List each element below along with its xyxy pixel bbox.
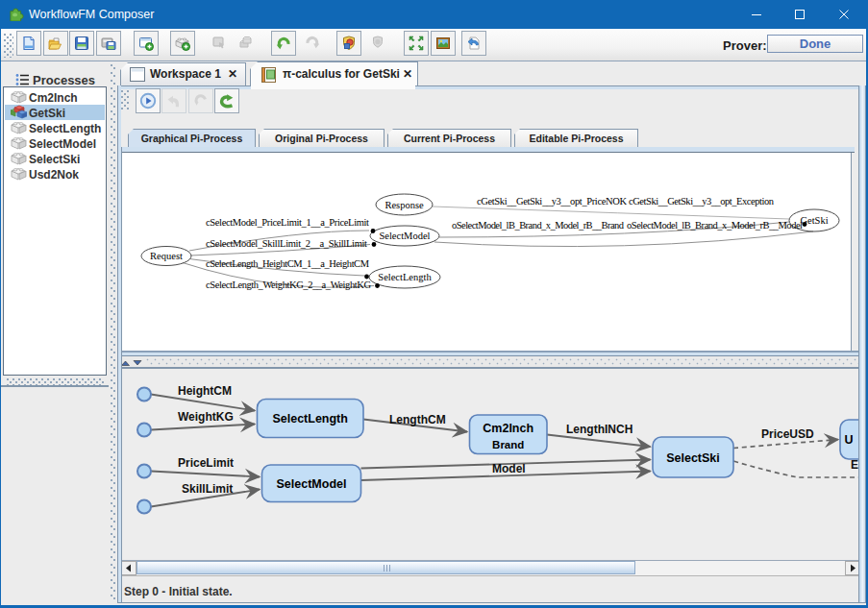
svg-text:oSelectModel_lB_Brand_x_Model_: oSelectModel_lB_Brand_x_Model_rB__Model xyxy=(627,220,803,231)
svg-text:Model: Model xyxy=(492,462,526,475)
svg-text:WeightKG: WeightKG xyxy=(178,410,234,424)
svg-text:E: E xyxy=(851,458,858,472)
svg-text:SkillLimit: SkillLimit xyxy=(182,482,233,496)
svg-text:cGetSki__GetSki__y3__opt_Excep: cGetSki__GetSki__y3__opt_Exception xyxy=(629,196,775,207)
svg-text:SelectLength: SelectLength xyxy=(378,272,432,282)
svg-text:SelectLength: SelectLength xyxy=(272,412,348,426)
svg-text:PriceUSD: PriceUSD xyxy=(761,427,814,441)
svg-text:cSelectModel_PriceLimit_1__a_P: cSelectModel_PriceLimit_1__a_PriceLimit xyxy=(206,217,369,228)
svg-text:cSelectLength_HeightCM_1__a_He: cSelectLength_HeightCM_1__a_HeightCM xyxy=(206,258,370,269)
svg-text:U: U xyxy=(844,433,853,447)
svg-text:Request: Request xyxy=(150,251,183,261)
svg-text:Brand: Brand xyxy=(492,439,524,450)
svg-text:cGetSki__GetSki__y3__opt_Price: cGetSki__GetSki__y3__opt_PriceNOK xyxy=(477,196,627,207)
svg-text:LengthCM: LengthCM xyxy=(389,413,446,426)
svg-text:LengthINCH: LengthINCH xyxy=(566,423,632,436)
svg-text:Cm2Inch: Cm2Inch xyxy=(483,422,533,435)
svg-text:HeightCM: HeightCM xyxy=(178,384,232,398)
svg-text:oSelectModel_lB_Brand_x_Model_: oSelectModel_lB_Brand_x_Model_rB__Brand xyxy=(452,220,625,231)
svg-text:GetSki: GetSki xyxy=(800,215,828,226)
svg-text:SelectModel: SelectModel xyxy=(379,231,430,241)
svg-text:PriceLimit: PriceLimit xyxy=(178,456,234,470)
svg-text:Response: Response xyxy=(384,200,424,210)
svg-text:SelectModel: SelectModel xyxy=(277,477,347,491)
svg-text:SelectSki: SelectSki xyxy=(666,451,720,465)
svg-text:cSelectLength_WeightKG_2__a_We: cSelectLength_WeightKG_2__a_WeightKG xyxy=(206,280,371,290)
svg-text:cSelectModel_SkillLimit_2__a_S: cSelectModel_SkillLimit_2__a_SkillLimit xyxy=(206,238,367,249)
